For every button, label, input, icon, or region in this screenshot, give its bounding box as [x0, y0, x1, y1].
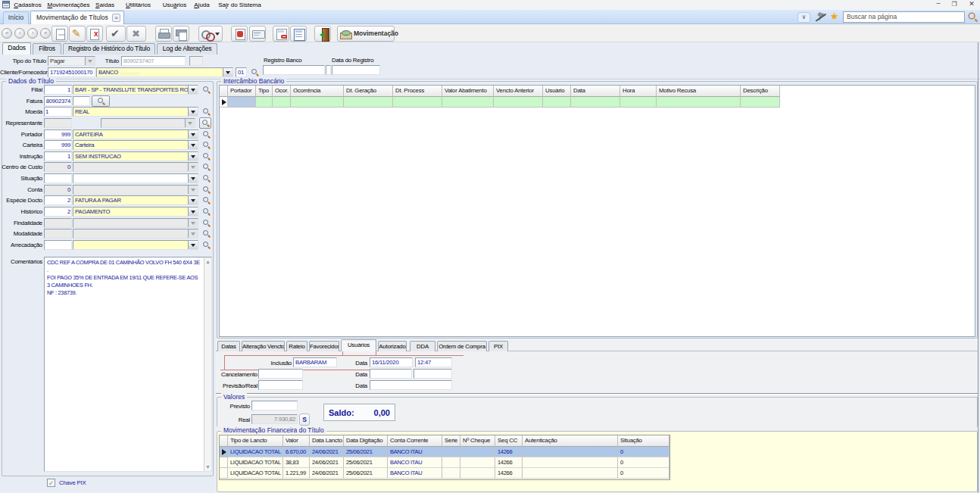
- instru-o-search-icon[interactable]: [201, 151, 211, 161]
- movfin-cell-1-0[interactable]: LIQUIDACAO TOTAL: [228, 457, 283, 468]
- inclusao-date-input[interactable]: 16/11/2020: [370, 357, 413, 367]
- toolbar-insert-record-icon[interactable]: [51, 26, 68, 42]
- esp-cie-docto-code-input[interactable]: 2: [44, 195, 72, 205]
- intercambio-cell-3[interactable]: [291, 97, 344, 108]
- toolbar-calculator-icon[interactable]: [290, 26, 307, 42]
- intercambio-col-1[interactable]: Tipo: [256, 86, 273, 97]
- data-do-registro-input[interactable]: [332, 65, 380, 75]
- movfin-cell-0-6[interactable]: [460, 447, 495, 457]
- intercambio-cell-2[interactable]: [273, 97, 291, 108]
- intercambio-col-11[interactable]: Motivo Recusa: [657, 86, 741, 97]
- moeda-code-input[interactable]: 1: [44, 107, 72, 117]
- menu-item-5[interactable]: Ajuda: [191, 1, 213, 9]
- intercambio-cell-10[interactable]: [620, 97, 657, 108]
- modalidade-arrow-icon[interactable]: [188, 229, 198, 238]
- tab-favorecidos[interactable]: Favorecidos: [309, 341, 339, 351]
- saldo-recalc-button[interactable]: S: [299, 413, 310, 426]
- toolbar-cheque-icon[interactable]: [249, 26, 266, 42]
- representante-code-input[interactable]: [44, 118, 72, 128]
- previsao-real-user-input[interactable]: [258, 380, 303, 390]
- doc-tab-active[interactable]: Movimentação de Títulos: [30, 11, 124, 24]
- intercambio-col-2[interactable]: Ocor.: [273, 86, 291, 97]
- tab-rateio[interactable]: Rateio: [286, 341, 307, 351]
- movfin-col-5[interactable]: Serie: [442, 435, 460, 447]
- intercambio-cell-1[interactable]: [256, 97, 273, 108]
- banco-arrow-icon[interactable]: [223, 68, 233, 76]
- registro-banco-input[interactable]: [263, 65, 325, 75]
- intercambio-col-3[interactable]: Ocorrência: [291, 86, 344, 97]
- window-close-button[interactable]: ✕: [966, 0, 977, 8]
- toolbar-exit-door-icon[interactable]: [314, 26, 331, 42]
- intercambio-cell-8[interactable]: [543, 97, 571, 108]
- cancelamento-user-input[interactable]: [258, 369, 303, 379]
- intercambio-cell-7[interactable]: [494, 97, 543, 108]
- real-input[interactable]: 7.930,82: [251, 414, 298, 424]
- representante-search-button[interactable]: [199, 117, 211, 129]
- carteira-arrow-icon[interactable]: [188, 141, 198, 149]
- movfin-cell-2-5[interactable]: [442, 468, 460, 479]
- centro-de-custo-search-icon[interactable]: [201, 162, 211, 172]
- tab-registro-de-hist-rico-do-t-tulo[interactable]: Registro de Histórico do Título: [63, 43, 155, 55]
- conta-arrow-icon[interactable]: [188, 186, 198, 194]
- esp-cie-docto-arrow-icon[interactable]: [188, 196, 198, 204]
- instru-o-select[interactable]: SEM INSTRUCAO: [73, 151, 198, 161]
- movfin-col-9[interactable]: Situação: [618, 435, 669, 447]
- menu-item-4[interactable]: Usuários: [159, 1, 190, 9]
- window-restore-button[interactable]: ❐: [949, 0, 960, 8]
- instru-o-arrow-icon[interactable]: [188, 152, 198, 161]
- moeda-select[interactable]: REAL: [73, 107, 198, 117]
- movfin-cell-1-9[interactable]: 0: [618, 457, 669, 468]
- movfin-col-2[interactable]: Data Lancto: [310, 435, 344, 447]
- titulo-input[interactable]: 8090237407: [121, 56, 186, 66]
- toolbar-nav-prev-icon[interactable]: ‹: [14, 28, 25, 39]
- intercambio-cell-9[interactable]: [571, 97, 620, 108]
- modalidade-code-input[interactable]: [44, 229, 72, 239]
- intercambio-col-5[interactable]: Dt. Process: [393, 86, 442, 97]
- movfin-cell-1-6[interactable]: [460, 457, 495, 468]
- movfin-cell-1-3[interactable]: 25/06/2021: [344, 457, 388, 468]
- centro-de-custo-code-input[interactable]: 0: [44, 162, 72, 172]
- movfin-cell-1-5[interactable]: [442, 457, 460, 468]
- movfin-cell-2-1[interactable]: 1.221,99: [283, 468, 310, 479]
- movfin-cell-2-2[interactable]: 24/06/2021: [310, 468, 344, 479]
- instru-o-code-input[interactable]: 1: [44, 151, 72, 161]
- toolbar-export-red-icon[interactable]: [231, 26, 248, 42]
- search-icon[interactable]: [966, 11, 980, 24]
- intercambio-col-7[interactable]: Vencto Anterior: [494, 86, 543, 97]
- movfin-cell-2-3[interactable]: 25/06/2021: [344, 468, 388, 479]
- carteira-select[interactable]: Carteira: [73, 140, 198, 150]
- tab-overflow-button[interactable]: ∨: [797, 12, 810, 23]
- toolbar-confirm-icon[interactable]: ✔: [106, 26, 126, 42]
- intercambio-col-0[interactable]: Portador: [228, 86, 256, 97]
- portador-search-icon[interactable]: [201, 129, 211, 139]
- previsao-real-date-input[interactable]: [370, 380, 452, 390]
- tab-filtros[interactable]: Filtros: [33, 43, 61, 55]
- intercambio-cell-5[interactable]: [393, 97, 442, 108]
- intercambio-col-8[interactable]: Usuário: [543, 86, 571, 97]
- tab-autorizado[interactable]: Autorizado: [378, 341, 407, 351]
- comentarios-scrollbar[interactable]: [204, 257, 211, 471]
- arrecada-o-search-icon[interactable]: [201, 240, 211, 250]
- filial-select[interactable]: BAR - SP - TRANSLUTE TRANSPORTES RODOV: [73, 85, 198, 95]
- movfin-cell-0-8[interactable]: [523, 447, 618, 457]
- toolbar-edit-record-icon[interactable]: ✎: [69, 26, 86, 42]
- tab-datas[interactable]: Datas: [217, 341, 240, 351]
- cliente-search-icon[interactable]: [250, 67, 260, 77]
- toolbar-delete-record-icon[interactable]: x: [86, 26, 103, 42]
- toolbar-nav-first-icon[interactable]: «: [2, 28, 12, 39]
- toolbar-link-options-icon[interactable]: [198, 26, 223, 42]
- findalidade-arrow-icon[interactable]: [188, 219, 198, 227]
- cancelamento-date-input[interactable]: [370, 369, 412, 379]
- movfin-cell-0-3[interactable]: 25/06/2021: [344, 447, 388, 457]
- arrecada-o-arrow-icon[interactable]: [188, 241, 198, 249]
- toolbar-print-icon[interactable]: [155, 26, 172, 42]
- findalidade-code-input[interactable]: [44, 218, 72, 228]
- intercambio-cell-12[interactable]: [741, 97, 780, 108]
- portador-code-input[interactable]: 999: [44, 129, 72, 139]
- hist-rico-search-icon[interactable]: [201, 207, 211, 217]
- tipo-do-titulo-arrow-icon[interactable]: [85, 57, 95, 65]
- situa-o-select[interactable]: [73, 173, 198, 183]
- movimentacao-button[interactable]: Movimentação: [337, 26, 395, 42]
- cancelamento-time-input[interactable]: [414, 369, 452, 379]
- findalidade-select[interactable]: [73, 218, 198, 228]
